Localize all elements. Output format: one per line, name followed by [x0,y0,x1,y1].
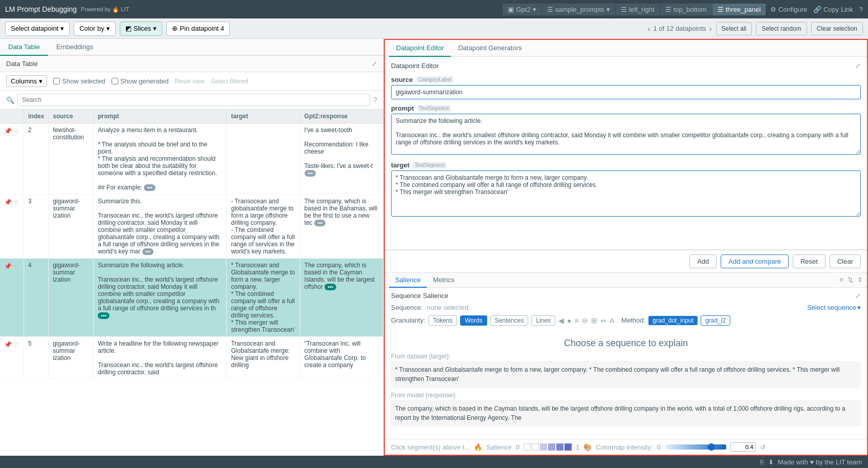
clear-selection-button[interactable]: Clear selection [811,22,863,35]
pin-row-icon[interactable]: 📌 [4,199,12,206]
reset-button[interactable]: Reset [793,254,826,268]
main-layout: Data Table Embeddings Data Table ⤢ Colum… [0,39,868,456]
colormap-thumb[interactable] [708,443,715,451]
data-table-header: Data Table ⤢ [0,56,383,72]
table-row[interactable]: 📌 ☆ 5 gigaword-summar ization Write a he… [0,337,383,379]
help-button[interactable]: ? [859,6,863,13]
star-row-icon[interactable]: ☆ [14,127,19,135]
more-button[interactable]: ••• [324,284,336,290]
more-button[interactable]: ••• [98,312,110,319]
more-button[interactable]: ••• [142,248,154,255]
tab-salience[interactable]: Salience [389,273,427,288]
method-grad-dot-btn[interactable]: grad_dot_input [648,316,698,325]
search-input[interactable] [17,94,370,106]
select-datapoint-button[interactable]: Select datapoint ▾ [5,22,70,36]
more-button[interactable]: ••• [144,184,156,191]
cell-prompt: Summarize this.Transocean inc., the worl… [94,195,227,259]
add-button[interactable]: Add [689,254,717,268]
right-panel-tabs: Datapoint Editor Datapoint Generators [385,40,867,57]
select-sequence-button[interactable]: Select sequence ▾ [807,304,861,311]
prev-gran-icon[interactable]: ◀ [558,316,564,325]
method-grad-l2-btn[interactable]: grad_l2 [701,315,730,326]
words-btn[interactable]: Words [460,315,487,326]
pin-row-icon[interactable]: 📌 [4,263,12,270]
expand-icon[interactable]: ⤢ [372,60,377,68]
download-icon[interactable]: ⬇ [768,458,774,466]
cell-prompt: Write a headline for the following newsp… [94,337,227,379]
table-row[interactable]: 📌 ☆ 2 fewshot-constitution Analyze a men… [0,123,383,195]
cell-index: 4 [24,259,49,337]
tab-three-panel[interactable]: ☰ three_panel [712,4,767,15]
menu-icon[interactable]: ≡ [839,276,843,284]
intensity-input[interactable] [730,442,756,452]
copy-link-button[interactable]: 🔗 Copy Link [813,6,853,13]
list-icon[interactable]: ≡ [575,316,579,325]
text-size-icon[interactable]: A [610,316,614,325]
sort-icon[interactable]: ⇕ [857,276,863,284]
select-all-button[interactable]: Select all [716,22,752,35]
source-input[interactable] [391,85,861,99]
tab-data-table[interactable]: Data Table [0,39,48,56]
model-response-text[interactable]: The company, which is based in the Cayma… [391,400,861,427]
tab-sample-prompts[interactable]: ☰ sample_prompts ▾ [542,4,616,15]
reset-view-button[interactable]: Reset view [175,78,205,85]
cell-response: I've a sweet-toothRecommendation: I like… [300,123,383,195]
select-random-button[interactable]: Select random [756,22,807,35]
sentences-btn[interactable]: Sentences [490,315,529,326]
cell-index: 2 [24,123,49,195]
expand-editor-icon[interactable]: ⤢ [855,62,861,70]
next-gran-icon[interactable]: ● [567,316,571,325]
colormap-bar[interactable] [665,444,726,450]
more-button[interactable]: ••• [305,170,316,177]
search-help-icon[interactable]: ? [373,96,377,104]
minus-icon[interactable]: ⊖ [582,316,588,325]
tab-datapoint-generators[interactable]: Datapoint Generators [451,40,529,57]
refresh-icon[interactable]: ↺ [760,443,766,451]
pin-row-icon[interactable]: 📌 [4,127,12,135]
table-row-selected[interactable]: 📌 ☆ 4 gigaword-summar ization Summarize … [0,259,383,337]
left-panel-tabs: Data Table Embeddings [0,39,383,56]
select-filtered-button[interactable]: Select filtered [211,78,248,85]
columns-button[interactable]: Columns ▾ [6,75,47,87]
configure-button[interactable]: ⚙ Configure [770,6,807,13]
table-row[interactable]: 📌 ☆ 3 gigaword-summar ization Summarize … [0,195,383,259]
cell-target: * Transocean and Globalsantafe merge to … [227,259,300,337]
pin-row-icon[interactable]: 📌 [4,341,12,348]
tab-embeddings[interactable]: Embeddings [48,39,101,56]
color-by-button[interactable]: Color by ▾ [74,22,115,36]
layout-icon: ☰ [621,6,627,13]
cell-index: 5 [24,337,49,379]
cell-source: gigaword-summar ization [49,337,94,379]
tab-metrics[interactable]: Metrics [427,273,461,288]
source-field: source CategoryLabel [391,76,861,99]
col-gpt2: Gpt2:response [300,110,383,123]
lines-btn[interactable]: Lines [531,315,555,326]
pin-datapoint-button[interactable]: ⊕ Pin datapoint 4 [166,22,230,36]
clear-button[interactable]: Clear [830,254,861,268]
copy-icon[interactable]: ⎘ [760,458,764,466]
star-row-icon[interactable]: ☆ [14,341,19,348]
grid-icon[interactable]: ⊞ [591,316,597,325]
show-selected-checkbox[interactable]: Show selected [53,77,105,85]
tab-gpt2[interactable]: ▣ Gpt2 ▾ [503,4,541,15]
target-textarea[interactable] [391,171,861,217]
cell-prompt: Analyze a menu item in a restaurant.* Th… [94,123,227,195]
more-button[interactable]: ••• [314,220,326,226]
show-generated-checkbox[interactable]: Show generated [112,77,169,85]
star-row-icon[interactable]: ☆ [14,263,19,270]
tab-datapoint-editor[interactable]: Datapoint Editor [389,40,451,57]
tab-top-bottom[interactable]: ☰ top_bottom [660,4,712,15]
dataset-target-text[interactable]: * Transocean and Globalsantafe merge to … [391,361,861,388]
expand-salience-icon[interactable]: ⤢ [855,292,861,300]
prev-datapoint-button[interactable]: ‹ [648,25,650,33]
prompt-textarea[interactable] [391,114,861,155]
slices-button[interactable]: ◩ Slices ▾ [120,22,163,36]
align-icon[interactable]: ⇔ [600,316,606,325]
next-datapoint-button[interactable]: › [709,25,712,33]
target-field: target TextSegment [391,161,861,218]
tab-left-right[interactable]: ☰ left_right [616,4,660,15]
star-row-icon[interactable]: ☆ [14,199,19,206]
filter-icon[interactable]: ⇅ [848,276,853,284]
add-compare-button[interactable]: Add and compare [721,254,789,268]
tokens-btn[interactable]: Tokens [428,315,457,326]
